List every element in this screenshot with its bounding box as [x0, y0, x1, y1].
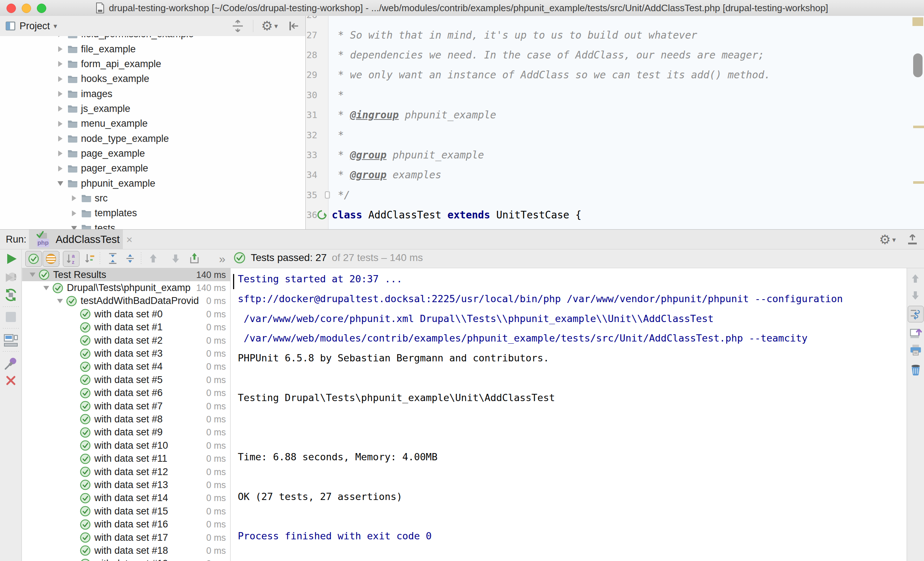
chevron-right-icon[interactable]	[54, 151, 66, 156]
run-label: Run:	[6, 234, 26, 245]
chevron-right-icon[interactable]	[54, 61, 66, 67]
scrollbar-thumb[interactable]	[913, 54, 922, 77]
chevron-right-icon[interactable]	[54, 91, 66, 97]
chevron-right-icon[interactable]	[68, 195, 80, 201]
project-tree-item[interactable]: js_example	[0, 102, 305, 116]
test-tree-row[interactable]: Test Results140 ms	[22, 268, 230, 281]
show-passed-button[interactable]	[25, 251, 42, 267]
test-tree-row[interactable]: with data set #100 ms	[22, 439, 230, 452]
hide-panel-icon[interactable]	[286, 19, 300, 33]
test-tree-row[interactable]: with data set #80 ms	[22, 413, 230, 426]
test-tree-row[interactable]: with data set #180 ms	[22, 544, 230, 557]
test-tree-row[interactable]: Drupal\Tests\phpunit_examp140 ms	[22, 281, 230, 294]
project-tree-item[interactable]: src	[0, 191, 305, 206]
stop-button[interactable]	[5, 311, 16, 322]
test-tree-row[interactable]: with data set #160 ms	[22, 518, 230, 531]
code-editor[interactable]: 2627 * So with that in mind, it's up to …	[306, 16, 924, 229]
previous-failed-test-button[interactable]	[145, 251, 161, 266]
chevron-right-icon[interactable]	[68, 211, 80, 216]
run-settings-gear-icon[interactable]: ⚙▾	[879, 233, 896, 246]
project-tree-item[interactable]: form_api_example	[0, 57, 305, 72]
project-tree-item[interactable]: tests	[0, 221, 305, 229]
chevron-down-icon[interactable]	[68, 226, 80, 229]
test-passed-icon	[80, 506, 91, 517]
test-tree-row[interactable]: with data set #130 ms	[22, 478, 230, 491]
project-tree-item[interactable]: file_example	[0, 42, 305, 56]
next-failed-test-button[interactable]	[168, 251, 184, 266]
test-tree-row[interactable]: with data set #60 ms	[22, 387, 230, 399]
pin-tab-icon[interactable]	[4, 356, 18, 371]
clear-all-trash-icon[interactable]	[909, 363, 922, 376]
rerun-button[interactable]	[5, 252, 18, 265]
test-tree-row[interactable]: with data set #20 ms	[22, 334, 230, 347]
fold-marker-icon[interactable]	[325, 191, 330, 199]
project-tree-item[interactable]: templates	[0, 206, 305, 221]
minimize-window-button[interactable]	[22, 4, 31, 13]
test-passed-badge-icon	[36, 231, 44, 239]
chevron-right-icon[interactable]	[54, 106, 66, 112]
close-run-panel-button[interactable]	[5, 374, 17, 387]
editor-scrollbar[interactable]	[907, 16, 924, 229]
test-tree-row[interactable]: with data set #140 ms	[22, 492, 230, 505]
doc-tag-token: @group	[350, 169, 387, 181]
chevron-down-icon[interactable]	[26, 272, 39, 277]
sort-by-duration-button[interactable]	[82, 251, 98, 266]
project-tree-item[interactable]: page_example	[0, 146, 305, 161]
test-tree-row[interactable]: with data set #50 ms	[22, 373, 230, 386]
chevron-right-icon[interactable]	[54, 121, 66, 127]
close-tab-icon[interactable]: ×	[126, 233, 133, 246]
overflow-chevron-icon[interactable]: »	[219, 252, 225, 266]
test-duration: 0 ms	[206, 296, 226, 306]
show-ignored-button[interactable]	[43, 251, 59, 267]
test-tree-row[interactable]: testAddWithBadDataProvid0 ms	[22, 295, 230, 308]
test-tree-row[interactable]: with data set #190 ms	[22, 557, 230, 561]
project-tree-item[interactable]: hooks_example	[0, 72, 305, 86]
project-settings-gear-icon[interactable]: ⚙▾	[261, 19, 278, 33]
chevron-down-icon[interactable]: ▾	[54, 22, 57, 30]
test-tree-row[interactable]: with data set #170 ms	[22, 531, 230, 544]
chevron-down-icon[interactable]	[40, 286, 52, 290]
project-panel-title[interactable]: Project	[20, 21, 50, 32]
hide-run-panel-icon[interactable]	[905, 232, 920, 247]
project-tree-item[interactable]: pager_example	[0, 161, 305, 176]
test-tree-row[interactable]: with data set #90 ms	[22, 426, 230, 439]
scroll-down-icon[interactable]	[909, 289, 921, 301]
test-tree-row[interactable]: with data set #00 ms	[22, 308, 230, 320]
chevron-right-icon[interactable]	[54, 166, 66, 172]
folder-icon	[67, 59, 78, 69]
rerun-failed-tests-button[interactable]	[4, 271, 18, 285]
chevron-right-icon[interactable]	[54, 46, 66, 52]
run-test-gutter-icon[interactable]	[316, 209, 327, 220]
project-tree-item[interactable]: images	[0, 86, 305, 101]
collapse-all-icon[interactable]	[231, 19, 245, 33]
test-tree-row[interactable]: with data set #110 ms	[22, 452, 230, 465]
project-tree-item[interactable]: node_type_example	[0, 131, 305, 146]
console-output[interactable]: Testing started at 20:37 ...sftp://docke…	[230, 268, 907, 561]
scroll-up-icon[interactable]	[909, 272, 921, 285]
test-tree-row[interactable]: with data set #10 ms	[22, 321, 230, 334]
chevron-right-icon[interactable]	[54, 76, 66, 82]
test-tree-row[interactable]: with data set #40 ms	[22, 360, 230, 373]
chevron-down-icon[interactable]	[54, 181, 66, 186]
test-passed-icon	[80, 493, 91, 504]
chevron-down-icon[interactable]	[54, 299, 66, 303]
collapse-all-button[interactable]	[122, 251, 138, 266]
test-tree-row[interactable]: with data set #30 ms	[22, 347, 230, 360]
test-tree-row[interactable]: with data set #150 ms	[22, 505, 230, 518]
project-tree-item[interactable]: menu_example	[0, 116, 305, 131]
soft-wrap-button[interactable]	[908, 306, 924, 322]
print-icon[interactable]	[909, 344, 922, 357]
run-tab-addclasstest[interactable]: php AddClassTest ×	[29, 230, 123, 250]
test-tree-row[interactable]: with data set #120 ms	[22, 465, 230, 478]
toggle-auto-test-button[interactable]	[4, 288, 18, 302]
sort-alphabetically-button[interactable]: az	[63, 251, 80, 267]
scroll-to-end-icon[interactable]	[909, 327, 922, 340]
expand-all-button[interactable]	[105, 251, 121, 266]
test-history-icon[interactable]	[4, 333, 18, 348]
project-tree-item[interactable]: phpunit_example	[0, 176, 305, 191]
zoom-window-button[interactable]	[37, 4, 46, 13]
chevron-right-icon[interactable]	[54, 136, 66, 142]
export-test-results-button[interactable]	[186, 251, 202, 266]
close-window-button[interactable]	[6, 4, 16, 13]
test-tree-row[interactable]: with data set #70 ms	[22, 399, 230, 413]
